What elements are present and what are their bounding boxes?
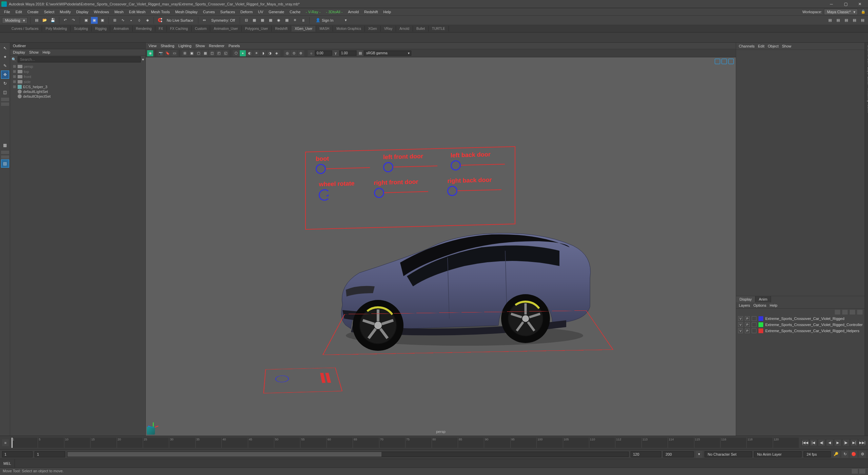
menu-display[interactable]: Display (74, 9, 91, 15)
paint-select-tool-icon[interactable]: ✎ (1, 62, 9, 70)
expand-icon[interactable]: ⊞ (12, 84, 16, 89)
layer-move-up-icon[interactable] (835, 310, 840, 315)
shelf-tab-animation-user[interactable]: Animation_User (210, 26, 241, 32)
expand-icon[interactable]: ⊞ (12, 74, 16, 79)
undo-icon[interactable]: ↶ (62, 17, 69, 24)
go-to-end-icon[interactable]: ▶▶| (859, 439, 866, 446)
expand-icon[interactable]: ⊞ (12, 64, 16, 69)
menu-edit-mesh[interactable]: Edit Mesh (126, 9, 148, 15)
shelf-tab-xgen[interactable]: XGen (365, 26, 381, 32)
shelf-tab-turtle[interactable]: TURTLE (429, 26, 449, 32)
channel-menu-show[interactable]: Show (782, 44, 791, 48)
move-tool-icon[interactable]: ✥ (1, 71, 9, 79)
layer-row[interactable]: VPExtreme_Sports_Crossover_Car_Violet_Ri… (736, 316, 865, 322)
layers-menu-options[interactable]: Options (753, 303, 766, 307)
range-start-field[interactable] (35, 451, 65, 457)
redo-icon[interactable]: ↷ (70, 17, 77, 24)
viewport-3d[interactable]: bootleft front doorleft back door wheel … (146, 57, 736, 436)
toggle-pause-icon[interactable]: ⏸ (300, 17, 307, 24)
viewport-menu-panels[interactable]: Panels (229, 44, 240, 48)
menu-mesh[interactable]: Mesh (112, 9, 126, 15)
layer-v-toggle[interactable]: V (738, 316, 743, 321)
menu-3dtoall[interactable]: - 3DtoAll - (323, 9, 345, 15)
panel-btn-3[interactable] (728, 59, 734, 64)
layer-row[interactable]: VPExtreme_Sports_Crossover_Car_Violet_Ri… (736, 322, 865, 328)
symmetry-icon[interactable]: ⇔ (201, 17, 208, 24)
menu-modify[interactable]: Modify (57, 9, 73, 15)
render-setup-icon[interactable]: ▦ (283, 17, 290, 24)
shelf-tab-animation[interactable]: Animation (110, 26, 132, 32)
layer-v-toggle[interactable]: V (738, 322, 743, 327)
open-scene-icon[interactable]: 📂 (41, 17, 48, 24)
viewport-menu-show[interactable]: Show (196, 44, 205, 48)
outliner-item[interactable]: ⊞top (10, 69, 145, 74)
prefs-icon[interactable]: ⚙ (859, 451, 866, 458)
command-language-label[interactable]: MEL (0, 459, 15, 468)
vp-lights-icon[interactable]: ☀ (253, 50, 259, 56)
menu-v-ray[interactable]: - V-Ray - (303, 9, 323, 15)
shelf-tab-redshift[interactable]: Redshift (272, 26, 291, 32)
render-frame-icon[interactable]: ▦ (251, 17, 258, 24)
scale-tool-icon[interactable]: ◫ (1, 88, 9, 96)
menu-file[interactable]: File (1, 9, 13, 15)
ground-plate-small[interactable] (263, 367, 342, 393)
vp-aa-icon[interactable]: ◈ (274, 50, 280, 56)
select-by-component-icon[interactable]: ▣ (99, 17, 106, 24)
channel-menu-edit[interactable]: Edit (758, 44, 764, 48)
rig-control-left-back-door[interactable]: left back door (451, 151, 505, 171)
script-editor-icon[interactable] (852, 469, 858, 474)
menu-generate[interactable]: Generate (266, 9, 287, 15)
slider-handle-icon[interactable] (447, 186, 457, 196)
vp-shadows-icon[interactable]: ◗ (260, 50, 266, 56)
outliner-item[interactable]: ⊞side (10, 79, 145, 84)
play-back-icon[interactable]: ◀ (826, 439, 833, 446)
viewport-menu-renderer[interactable]: Renderer (209, 44, 224, 48)
slider-handle-icon[interactable] (383, 162, 393, 172)
rig-control-wheel-rotate[interactable]: wheel rotate (319, 180, 354, 201)
shelf-tab-vray[interactable]: VRay (381, 26, 396, 32)
menu-arnold[interactable]: Arnold (345, 9, 361, 15)
hypershade-icon[interactable]: ◉ (275, 17, 282, 24)
layer-move-down-icon[interactable] (842, 310, 848, 315)
layout-single-icon[interactable] (1, 98, 9, 101)
vp-bookmark-icon[interactable]: 🔖 (164, 50, 171, 56)
shelf-tab-bullet[interactable]: Bullet (413, 26, 429, 32)
shelf-tab-poly-modeling[interactable]: Poly Modeling (42, 26, 71, 32)
save-scene-icon[interactable]: 💾 (50, 17, 56, 24)
rig-control-boot[interactable]: boot (316, 154, 370, 174)
shelf-tab-custom[interactable]: Custom (192, 26, 210, 32)
layer-color-swatch[interactable] (758, 316, 763, 321)
sign-in-button[interactable]: 👤 Sign In ▾ (312, 18, 350, 22)
step-back-frame-icon[interactable]: ◀| (818, 439, 825, 446)
mini-control-bars[interactable] (320, 373, 326, 383)
vp-xray-joints-icon[interactable]: ⊚ (298, 50, 304, 56)
play-forward-icon[interactable]: ▶ (834, 439, 842, 446)
vp-gamma-icon[interactable]: γ (333, 50, 339, 56)
vp-film-gate-icon[interactable]: ▣ (189, 50, 195, 56)
vp-wireframe-icon[interactable]: ⬡ (233, 50, 239, 56)
layout-four-icon[interactable] (1, 102, 9, 106)
fps-dropdown[interactable]: 24 fps (804, 451, 831, 457)
rotate-icon[interactable] (319, 189, 330, 201)
slider-handle-icon[interactable] (451, 160, 461, 171)
outliner-item[interactable]: ⊞ECS_helper_3 (10, 84, 145, 89)
shelf-tab-rigging[interactable]: Rigging (92, 26, 110, 32)
layer-new-selected-icon[interactable] (857, 310, 863, 315)
vp-xray-icon[interactable]: ⊙ (291, 50, 297, 56)
time-menu-icon[interactable]: ≡ (2, 439, 9, 446)
expand-icon[interactable]: ⊞ (12, 69, 16, 74)
slider-track[interactable] (384, 191, 428, 193)
outliner-tree[interactable]: ⊞persp⊞top⊞front⊞side⊞ECS_helper_3defaul… (10, 63, 145, 436)
panel-toggle-4-icon[interactable]: ▤ (851, 17, 858, 24)
range-end-field[interactable] (631, 451, 661, 457)
vp-isolate-icon[interactable]: ◎ (284, 50, 290, 56)
menu-help[interactable]: Help (380, 9, 394, 15)
vp-gamma-field[interactable] (339, 51, 356, 56)
select-by-hierarchy-icon[interactable]: ▣ (83, 17, 90, 24)
shelf-tab-curves-surfaces[interactable]: Curves / Surfaces (8, 26, 42, 32)
step-forward-key-icon[interactable]: ▶| (850, 439, 858, 446)
rig-control-left-front-door[interactable]: left front door (383, 152, 437, 172)
menu-create[interactable]: Create (25, 9, 41, 15)
shelf-tab-arnold[interactable]: Arnold (396, 26, 413, 32)
layer-p-toggle[interactable]: P (745, 328, 750, 333)
